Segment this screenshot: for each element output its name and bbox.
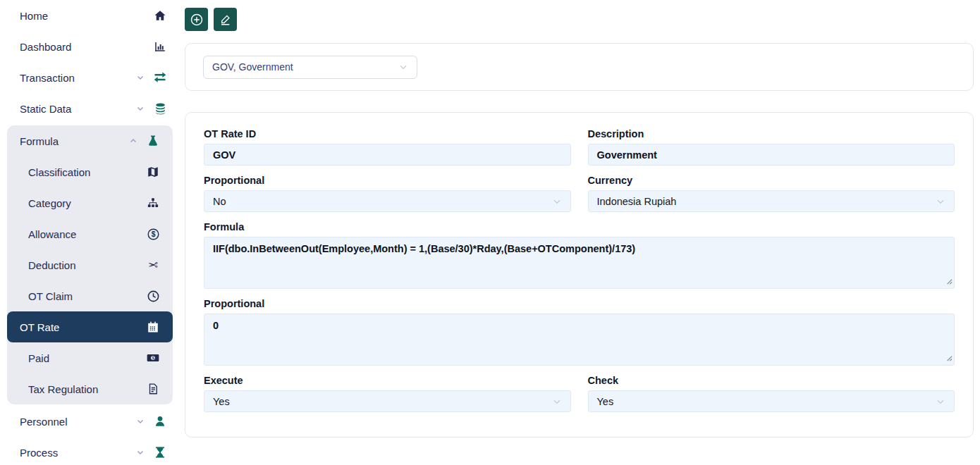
sidebar-item-label: Static Data [20, 103, 71, 115]
proportional-text-label: Proportional [204, 298, 955, 309]
sidebar-item-label: Process [20, 447, 58, 459]
sidebar-item-label: Personnel [20, 416, 68, 428]
chevron-down-icon [136, 104, 145, 113]
edit-button[interactable] [214, 8, 237, 31]
proportional-label: Proportional [204, 175, 571, 186]
chevron-down-icon [136, 417, 145, 426]
description-input[interactable]: Government [588, 144, 955, 166]
formula-label: Formula [204, 221, 955, 232]
sidebar-item-deduction[interactable]: Deduction ✂ [7, 249, 173, 280]
proportional-text-value: 0 [213, 320, 219, 331]
sidebar-item-classification[interactable]: Classification [7, 156, 173, 187]
field-currency: Currency Indonesia Rupiah [588, 175, 955, 212]
sidebar: Home Dashboard Transaction Static Data [0, 0, 180, 465]
ot-rate-form-card: OT Rate ID GOV Description Government Pr… [185, 112, 974, 438]
dollar-circle-icon: $ [146, 227, 160, 241]
plus-circle-icon [190, 13, 204, 27]
hourglass-icon [153, 445, 167, 459]
sidebar-item-label: Deduction [28, 259, 76, 271]
currency-label: Currency [588, 175, 955, 186]
clock-icon [146, 289, 160, 303]
sidebar-item-process[interactable]: Process [0, 437, 180, 465]
sidebar-item-home[interactable]: Home [0, 0, 180, 31]
svg-text:$: $ [151, 230, 155, 238]
pencil-icon [219, 13, 232, 26]
proportional-select-value: No [213, 196, 552, 207]
sidebar-item-tax-regulation[interactable]: Tax Regulation [7, 373, 173, 404]
person-icon [153, 414, 167, 428]
sidebar-item-label: Dashboard [20, 41, 71, 53]
resize-handle-icon[interactable] [945, 275, 953, 287]
sidebar-item-label: Category [28, 197, 71, 209]
field-description: Description Government [588, 128, 955, 166]
field-formula: Formula IIF(dbo.InBetweenOut(Employee,Mo… [204, 221, 955, 289]
resize-handle-icon[interactable] [945, 352, 953, 364]
sidebar-item-category[interactable]: Category [7, 187, 173, 218]
sidebar-item-label: Classification [28, 166, 90, 178]
sidebar-item-label: Home [20, 10, 48, 22]
chevron-down-icon [552, 197, 562, 206]
calendar-icon [146, 320, 160, 334]
sidebar-item-label: Formula [20, 135, 59, 147]
ot-rate-id-input[interactable]: GOV [204, 144, 571, 166]
chevron-down-icon [398, 62, 408, 72]
bar-chart-icon [153, 39, 167, 54]
main-content: GOV, Government OT Rate ID GOV Descripti… [185, 0, 974, 438]
map-icon [146, 165, 160, 179]
sidebar-item-ot-claim[interactable]: OT Claim [7, 280, 173, 311]
sidebar-item-label: OT Claim [28, 290, 73, 302]
chevron-down-icon [136, 73, 145, 82]
execute-value: Yes [213, 396, 552, 407]
sidebar-item-dashboard[interactable]: Dashboard [0, 31, 180, 62]
toolbar [185, 8, 974, 31]
field-proportional-select: Proportional No [204, 175, 571, 212]
scissors-icon: ✂ [146, 258, 160, 272]
sidebar-item-label: Paid [28, 352, 49, 364]
ot-rate-id-label: OT Rate ID [204, 128, 571, 140]
transfer-arrows-icon [153, 70, 167, 85]
chevron-down-icon [136, 448, 145, 457]
home-icon [153, 8, 167, 23]
proportional-textarea[interactable]: 0 [204, 314, 955, 366]
sidebar-item-static-data[interactable]: Static Data [0, 93, 180, 124]
formula-textarea[interactable]: IIF(dbo.InBetweenOut(Employee,Month) = 1… [204, 237, 955, 289]
check-value: Yes [597, 396, 936, 407]
sidebar-item-personnel[interactable]: Personnel [0, 406, 180, 437]
ot-rate-filter-select[interactable]: GOV, Government [203, 56, 417, 79]
sitemap-icon [146, 196, 160, 210]
chevron-up-icon [129, 137, 137, 145]
field-check: Check Yes [588, 375, 955, 412]
field-proportional-text: Proportional 0 [204, 298, 955, 366]
sidebar-item-paid[interactable]: Paid $ [7, 342, 173, 373]
execute-label: Execute [204, 375, 571, 386]
description-value: Government [597, 149, 657, 161]
check-label: Check [588, 375, 955, 386]
filter-card: GOV, Government [185, 43, 974, 91]
flask-icon [146, 134, 160, 148]
field-ot-rate-id: OT Rate ID GOV [204, 128, 571, 166]
execute-select[interactable]: Yes [204, 390, 571, 412]
sidebar-item-ot-rate[interactable]: OT Rate [7, 311, 173, 342]
sidebar-item-formula[interactable]: Formula [7, 125, 173, 156]
database-icon [153, 101, 167, 116]
currency-select[interactable]: Indonesia Rupiah [588, 190, 955, 212]
check-select[interactable]: Yes [588, 390, 955, 412]
sidebar-item-transaction[interactable]: Transaction [0, 62, 180, 93]
proportional-select[interactable]: No [204, 190, 571, 212]
sidebar-item-allowance[interactable]: Allowance $ [7, 218, 173, 249]
sidebar-item-label: Tax Regulation [28, 383, 98, 395]
chevron-down-icon [552, 397, 562, 407]
field-execute: Execute Yes [204, 375, 571, 412]
ot-rate-filter-value: GOV, Government [212, 61, 398, 73]
sidebar-item-label: Transaction [20, 72, 75, 84]
chevron-down-icon [936, 197, 945, 206]
sidebar-item-label: OT Rate [20, 321, 59, 333]
formula-value: IIF(dbo.InBetweenOut(Employee,Month) = 1… [213, 243, 635, 254]
chevron-down-icon [936, 397, 945, 407]
description-label: Description [588, 128, 955, 140]
money-bill-icon: $ [146, 351, 160, 365]
add-button[interactable] [185, 8, 208, 31]
sidebar-group-formula: Formula Classification Category Allo [7, 125, 173, 404]
ot-rate-id-value: GOV [213, 149, 235, 161]
document-icon [146, 382, 160, 396]
